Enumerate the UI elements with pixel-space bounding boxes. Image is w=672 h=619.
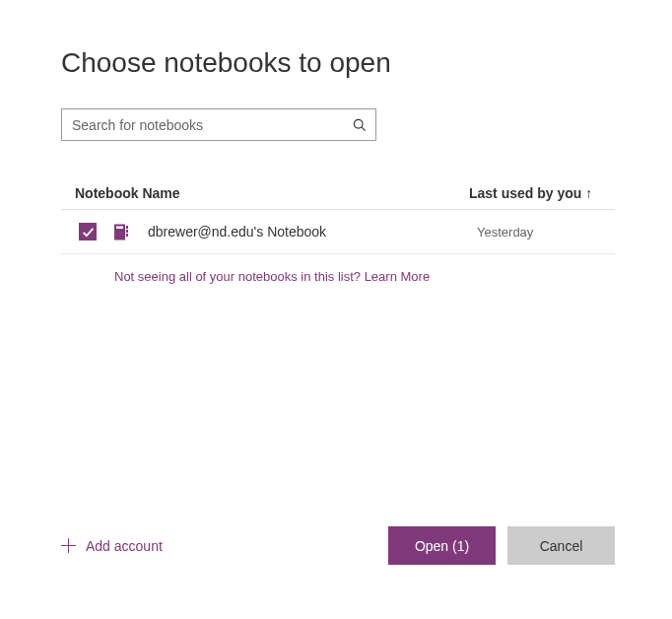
svg-rect-5	[126, 230, 128, 233]
column-name-label: Notebook Name	[75, 185, 180, 201]
notebook-name: dbrewer@nd.edu's Notebook	[148, 224, 477, 240]
cancel-button[interactable]: Cancel	[507, 526, 615, 565]
svg-line-1	[362, 126, 366, 130]
table-row[interactable]: dbrewer@nd.edu's Notebook Yesterday	[61, 210, 615, 254]
svg-rect-6	[126, 234, 128, 237]
add-account-button[interactable]: Add account	[61, 538, 163, 554]
svg-rect-3	[116, 226, 123, 229]
column-last-used[interactable]: Last used by you↑	[469, 185, 615, 201]
search-input[interactable]	[62, 109, 344, 140]
table-header: Notebook Name Last used by you↑	[61, 185, 615, 210]
notebook-checkbox[interactable]	[79, 223, 97, 241]
search-box[interactable]	[61, 108, 376, 141]
open-button[interactable]: Open (1)	[388, 526, 496, 565]
page-title: Choose notebooks to open	[61, 47, 615, 79]
learn-more-link[interactable]: Not seeing all of your notebooks in this…	[114, 269, 615, 284]
notebook-icon	[114, 224, 128, 241]
svg-point-0	[354, 119, 363, 128]
svg-rect-4	[126, 226, 128, 229]
search-icon[interactable]	[344, 118, 375, 132]
sort-arrow-icon: ↑	[585, 185, 592, 201]
plus-icon	[61, 538, 76, 553]
column-notebook-name[interactable]: Notebook Name	[61, 185, 469, 201]
add-account-label: Add account	[86, 538, 163, 554]
notebook-lastused: Yesterday	[477, 225, 615, 240]
column-lastused-label: Last used by you	[469, 185, 581, 201]
